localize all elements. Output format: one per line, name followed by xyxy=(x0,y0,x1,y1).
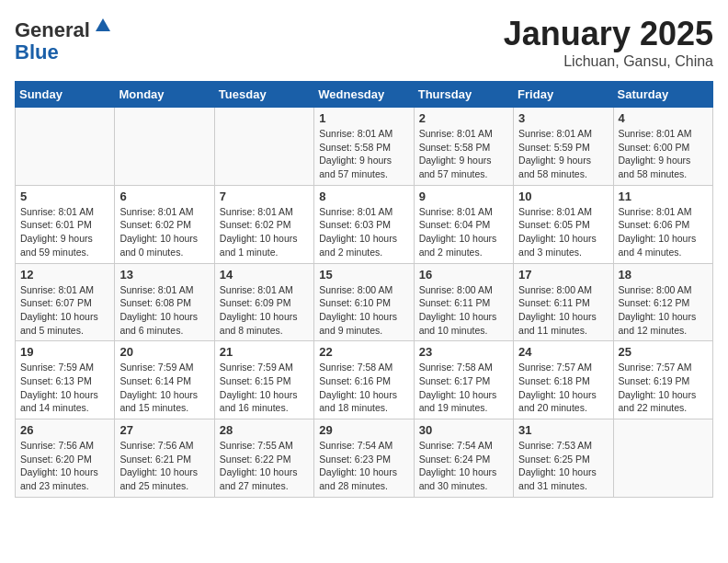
day-number: 21 xyxy=(220,345,309,359)
logo-icon xyxy=(92,15,114,37)
day-info: Sunrise: 8:01 AMSunset: 6:05 PMDaylight:… xyxy=(518,205,608,259)
page-header: General Blue January 2025 Lichuan, Gansu… xyxy=(15,15,713,70)
calendar-cell: 7Sunrise: 8:01 AMSunset: 6:02 PMDaylight… xyxy=(214,185,313,263)
day-info: Sunrise: 7:58 AMSunset: 6:17 PMDaylight:… xyxy=(419,361,508,415)
calendar-cell: 2Sunrise: 8:01 AMSunset: 5:58 PMDaylight… xyxy=(414,108,513,186)
day-number: 26 xyxy=(20,423,109,437)
calendar-cell: 13Sunrise: 8:01 AMSunset: 6:08 PMDayligh… xyxy=(115,263,214,341)
calendar-cell: 20Sunrise: 7:59 AMSunset: 6:14 PMDayligh… xyxy=(115,341,214,419)
day-info: Sunrise: 7:59 AMSunset: 6:15 PMDaylight:… xyxy=(220,361,309,415)
day-number: 30 xyxy=(419,423,508,437)
day-number: 7 xyxy=(220,190,309,203)
calendar-cell: 23Sunrise: 7:58 AMSunset: 6:17 PMDayligh… xyxy=(414,341,513,419)
day-number: 2 xyxy=(419,111,508,125)
day-info: Sunrise: 8:01 AMSunset: 6:02 PMDaylight:… xyxy=(220,205,309,259)
day-number: 15 xyxy=(319,268,408,282)
calendar-cell xyxy=(613,419,712,498)
day-number: 31 xyxy=(518,423,608,437)
weekday-header: Sunday xyxy=(16,82,115,108)
calendar-week-row: 12Sunrise: 8:01 AMSunset: 6:07 PMDayligh… xyxy=(16,263,713,341)
day-number: 14 xyxy=(220,268,309,282)
weekday-header: Monday xyxy=(115,82,214,108)
day-info: Sunrise: 7:53 AMSunset: 6:25 PMDaylight:… xyxy=(518,439,608,493)
day-number: 27 xyxy=(119,423,209,437)
calendar-cell: 25Sunrise: 7:57 AMSunset: 6:19 PMDayligh… xyxy=(613,341,712,419)
calendar-cell: 11Sunrise: 8:01 AMSunset: 6:06 PMDayligh… xyxy=(613,185,712,263)
calendar-cell: 9Sunrise: 8:01 AMSunset: 6:04 PMDaylight… xyxy=(414,185,513,263)
calendar-cell: 17Sunrise: 8:00 AMSunset: 6:11 PMDayligh… xyxy=(514,263,613,341)
calendar-cell: 16Sunrise: 8:00 AMSunset: 6:11 PMDayligh… xyxy=(414,263,513,341)
day-number: 19 xyxy=(20,345,109,359)
day-number: 22 xyxy=(319,345,408,359)
logo-blue: Blue xyxy=(15,40,59,63)
calendar-cell: 29Sunrise: 7:54 AMSunset: 6:23 PMDayligh… xyxy=(314,419,414,498)
calendar-cell: 18Sunrise: 8:00 AMSunset: 6:12 PMDayligh… xyxy=(613,263,712,341)
day-number: 10 xyxy=(518,190,608,203)
weekday-header-row: SundayMondayTuesdayWednesdayThursdayFrid… xyxy=(16,82,713,108)
day-number: 16 xyxy=(419,268,508,282)
day-info: Sunrise: 8:01 AMSunset: 6:03 PMDaylight:… xyxy=(319,205,408,259)
calendar-cell: 21Sunrise: 7:59 AMSunset: 6:15 PMDayligh… xyxy=(214,341,313,419)
weekday-header: Wednesday xyxy=(314,82,414,108)
day-number: 3 xyxy=(518,111,608,125)
calendar-cell: 26Sunrise: 7:56 AMSunset: 6:20 PMDayligh… xyxy=(16,419,115,498)
calendar-cell: 8Sunrise: 8:01 AMSunset: 6:03 PMDaylight… xyxy=(314,185,414,263)
calendar-cell: 4Sunrise: 8:01 AMSunset: 6:00 PMDaylight… xyxy=(613,108,712,186)
day-number: 4 xyxy=(619,111,708,125)
day-info: Sunrise: 7:57 AMSunset: 6:18 PMDaylight:… xyxy=(518,361,608,415)
day-number: 20 xyxy=(119,345,209,359)
calendar-cell: 1Sunrise: 8:01 AMSunset: 5:58 PMDaylight… xyxy=(314,108,414,186)
day-number: 13 xyxy=(119,268,209,282)
calendar-week-row: 19Sunrise: 7:59 AMSunset: 6:13 PMDayligh… xyxy=(16,341,713,419)
calendar-cell: 27Sunrise: 7:56 AMSunset: 6:21 PMDayligh… xyxy=(115,419,214,498)
day-info: Sunrise: 8:00 AMSunset: 6:11 PMDaylight:… xyxy=(518,283,608,338)
location: Lichuan, Gansu, China xyxy=(504,53,713,70)
day-info: Sunrise: 8:01 AMSunset: 6:06 PMDaylight:… xyxy=(619,205,708,259)
day-info: Sunrise: 8:01 AMSunset: 6:00 PMDaylight:… xyxy=(619,127,708,181)
day-info: Sunrise: 8:00 AMSunset: 6:10 PMDaylight:… xyxy=(319,283,408,338)
day-info: Sunrise: 8:01 AMSunset: 5:59 PMDaylight:… xyxy=(518,127,608,181)
calendar-cell: 30Sunrise: 7:54 AMSunset: 6:24 PMDayligh… xyxy=(414,419,513,498)
calendar-cell xyxy=(16,108,115,186)
calendar-cell: 10Sunrise: 8:01 AMSunset: 6:05 PMDayligh… xyxy=(514,185,613,263)
day-info: Sunrise: 7:59 AMSunset: 6:14 PMDaylight:… xyxy=(119,361,209,415)
month-title: January 2025 xyxy=(504,15,713,53)
calendar-week-row: 26Sunrise: 7:56 AMSunset: 6:20 PMDayligh… xyxy=(16,419,713,498)
day-number: 25 xyxy=(619,345,708,359)
calendar-cell: 19Sunrise: 7:59 AMSunset: 6:13 PMDayligh… xyxy=(16,341,115,419)
day-info: Sunrise: 8:01 AMSunset: 6:01 PMDaylight:… xyxy=(20,205,109,259)
calendar-cell: 15Sunrise: 8:00 AMSunset: 6:10 PMDayligh… xyxy=(314,263,414,341)
day-number: 5 xyxy=(20,190,109,203)
calendar-cell: 24Sunrise: 7:57 AMSunset: 6:18 PMDayligh… xyxy=(514,341,613,419)
weekday-header: Tuesday xyxy=(214,82,313,108)
day-info: Sunrise: 7:57 AMSunset: 6:19 PMDaylight:… xyxy=(619,361,708,415)
logo-general: General xyxy=(15,18,90,41)
weekday-header: Thursday xyxy=(414,82,513,108)
calendar-cell: 14Sunrise: 8:01 AMSunset: 6:09 PMDayligh… xyxy=(214,263,313,341)
day-info: Sunrise: 8:01 AMSunset: 6:04 PMDaylight:… xyxy=(419,205,508,259)
day-number: 17 xyxy=(518,268,608,282)
day-info: Sunrise: 7:56 AMSunset: 6:20 PMDaylight:… xyxy=(20,439,109,493)
day-info: Sunrise: 8:01 AMSunset: 6:02 PMDaylight:… xyxy=(119,205,209,259)
day-info: Sunrise: 7:54 AMSunset: 6:23 PMDaylight:… xyxy=(319,439,408,493)
day-info: Sunrise: 8:01 AMSunset: 5:58 PMDaylight:… xyxy=(419,127,508,181)
weekday-header: Saturday xyxy=(613,82,712,108)
calendar-cell: 3Sunrise: 8:01 AMSunset: 5:59 PMDaylight… xyxy=(514,108,613,186)
day-number: 23 xyxy=(419,345,508,359)
day-number: 1 xyxy=(319,111,408,125)
day-number: 11 xyxy=(619,190,708,203)
day-info: Sunrise: 7:55 AMSunset: 6:22 PMDaylight:… xyxy=(220,439,309,493)
day-number: 18 xyxy=(619,268,708,282)
day-info: Sunrise: 7:56 AMSunset: 6:21 PMDaylight:… xyxy=(119,439,209,493)
calendar-cell xyxy=(115,108,214,186)
day-info: Sunrise: 8:01 AMSunset: 5:58 PMDaylight:… xyxy=(319,127,408,181)
calendar-cell: 22Sunrise: 7:58 AMSunset: 6:16 PMDayligh… xyxy=(314,341,414,419)
day-number: 28 xyxy=(220,423,309,437)
title-block: January 2025 Lichuan, Gansu, China xyxy=(504,15,713,70)
day-number: 29 xyxy=(319,423,408,437)
day-number: 9 xyxy=(419,190,508,203)
calendar-cell: 6Sunrise: 8:01 AMSunset: 6:02 PMDaylight… xyxy=(115,185,214,263)
day-info: Sunrise: 7:54 AMSunset: 6:24 PMDaylight:… xyxy=(419,439,508,493)
calendar-table: SundayMondayTuesdayWednesdayThursdayFrid… xyxy=(15,81,713,498)
day-info: Sunrise: 8:00 AMSunset: 6:12 PMDaylight:… xyxy=(619,283,708,338)
